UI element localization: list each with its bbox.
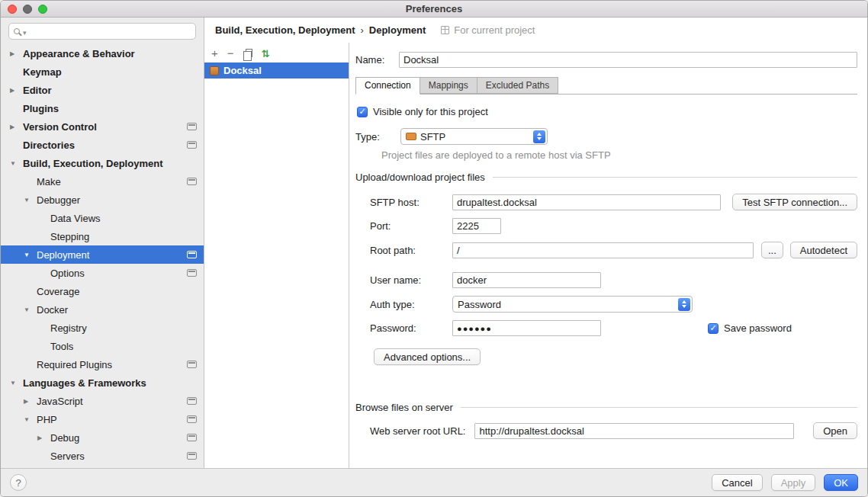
sidebar-item-appearance-behavior[interactable]: ▶Appearance & Behavior <box>1 44 204 63</box>
test-sftp-connection-button[interactable]: Test SFTP connection... <box>732 194 857 210</box>
chevron-down-icon[interactable]: ▼ <box>24 197 37 204</box>
sidebar-item-debugger[interactable]: ▼Debugger <box>1 191 204 209</box>
chevron-down-icon[interactable]: ▼ <box>24 416 37 423</box>
project-level-icon <box>187 251 197 258</box>
sidebar-item-stepping[interactable]: Stepping <box>1 227 204 245</box>
remove-icon[interactable] <box>227 47 234 59</box>
chevron-right-icon[interactable]: ▶ <box>10 123 23 130</box>
sidebar-item-label: Docker <box>37 304 68 316</box>
search-input[interactable] <box>30 26 191 37</box>
visible-only-label: Visible only for this project <box>373 106 488 117</box>
sftp-host-input[interactable] <box>452 194 721 210</box>
search-history-chevron-icon[interactable] <box>23 26 27 37</box>
user-name-input[interactable] <box>452 272 601 288</box>
chevron-right-icon[interactable]: ▶ <box>24 398 37 405</box>
sidebar-item-coverage[interactable]: Coverage <box>1 282 204 300</box>
sidebar-item-plugins[interactable]: Plugins <box>1 99 204 117</box>
minimize-button[interactable] <box>23 5 32 14</box>
servers-toolbar <box>204 43 349 63</box>
help-button[interactable] <box>10 474 27 491</box>
settings-tree: ▶Appearance & BehaviorKeymap▶EditorPlugi… <box>1 44 204 468</box>
sidebar-item-javascript[interactable]: ▶JavaScript <box>1 392 204 410</box>
chevron-right-icon[interactable]: ▶ <box>37 434 50 441</box>
sidebar-item-deployment[interactable]: ▼Deployment <box>1 245 204 264</box>
sidebar-item-make[interactable]: Make <box>1 172 204 191</box>
browse-root-path-button[interactable]: ... <box>761 242 783 258</box>
breadcrumb-item-build-execution-deployment[interactable]: Build, Execution, Deployment <box>215 24 355 36</box>
server-list-item-docksal[interactable]: Docksal <box>204 63 349 79</box>
sidebar-item-editor[interactable]: ▶Editor <box>1 81 204 99</box>
dropdown-stepper-icon <box>678 298 690 311</box>
tab-excluded-paths[interactable]: Excluded Paths <box>477 77 558 94</box>
sidebar-item-label: Build, Execution, Deployment <box>23 158 162 169</box>
project-level-icon <box>187 269 197 277</box>
save-password-label: Save password <box>724 322 792 334</box>
type-row: Type: SFTP <box>355 128 857 145</box>
add-icon[interactable] <box>211 47 218 59</box>
sidebar-item-data-views[interactable]: Data Views <box>1 209 204 227</box>
deployment-form: Name: Connection Mappings Excluded Paths… <box>349 43 867 468</box>
sidebar-item-directories[interactable]: Directories <box>1 136 204 154</box>
tab-mappings[interactable]: Mappings <box>420 77 477 94</box>
sidebar-item-version-control[interactable]: ▶Version Control <box>1 117 204 136</box>
port-input[interactable] <box>452 218 501 234</box>
port-label: Port: <box>370 220 452 232</box>
save-password-checkbox[interactable] <box>708 323 719 334</box>
copy-icon[interactable] <box>246 49 252 57</box>
project-level-icon <box>187 415 197 423</box>
save-password-wrap: Save password <box>708 322 792 334</box>
sidebar-item-build-execution-deployment[interactable]: ▼Build, Execution, Deployment <box>1 154 204 172</box>
chevron-right-icon[interactable]: ▶ <box>10 87 23 94</box>
sidebar-item-servers[interactable]: Servers <box>1 447 204 465</box>
sidebar-item-label: Coverage <box>37 286 79 297</box>
advanced-options-button[interactable]: Advanced options... <box>374 348 481 365</box>
sidebar-item-label: Stepping <box>50 231 89 242</box>
apply-button[interactable]: Apply <box>771 474 816 491</box>
chevron-down-icon[interactable]: ▼ <box>24 306 37 313</box>
chevron-down-icon[interactable]: ▼ <box>10 380 23 386</box>
sidebar-item-registry[interactable]: Registry <box>1 319 204 337</box>
chevron-down-icon[interactable]: ▼ <box>24 252 37 258</box>
project-level-icon <box>187 452 197 460</box>
sidebar-item-label: PHP <box>37 414 57 425</box>
root-path-row: Root path: ... Autodetect <box>355 242 857 258</box>
cancel-button[interactable]: Cancel <box>712 474 762 491</box>
breadcrumb-item-deployment[interactable]: Deployment <box>369 24 426 36</box>
zoom-button[interactable] <box>38 5 47 14</box>
password-label: Password: <box>370 322 452 334</box>
sidebar-item-tools[interactable]: Tools <box>1 337 204 355</box>
search-settings-box[interactable] <box>8 23 196 40</box>
ok-button[interactable]: OK <box>824 474 858 491</box>
visible-only-checkbox[interactable] <box>357 107 368 117</box>
autodetect-button[interactable]: Autodetect <box>790 242 857 258</box>
chevron-right-icon[interactable]: ▶ <box>10 50 23 57</box>
project-level-icon <box>187 361 197 368</box>
sidebar-item-label: Required Plugins <box>37 359 112 370</box>
sidebar-item-languages-frameworks[interactable]: ▼Languages & Frameworks <box>1 374 204 392</box>
import-export-icon[interactable] <box>262 47 270 59</box>
chevron-down-icon[interactable]: ▼ <box>10 160 23 167</box>
project-level-icon <box>187 141 197 149</box>
server-name: Docksal <box>223 65 262 76</box>
sidebar-item-options[interactable]: Options <box>1 264 204 282</box>
project-level-icon <box>187 434 197 441</box>
sidebar-item-label: Deployment <box>37 249 89 261</box>
sidebar-item-keymap[interactable]: Keymap <box>1 63 204 81</box>
close-button[interactable] <box>8 5 17 14</box>
sidebar-item-debug[interactable]: ▶Debug <box>1 428 204 447</box>
sidebar-item-label: Debugger <box>37 194 80 206</box>
project-level-icon <box>187 178 197 185</box>
tab-connection[interactable]: Connection <box>355 77 420 95</box>
sidebar-item-docker[interactable]: ▼Docker <box>1 300 204 319</box>
sidebar-item-php[interactable]: ▼PHP <box>1 410 204 428</box>
name-input[interactable] <box>399 52 857 68</box>
sidebar-item-required-plugins[interactable]: Required Plugins <box>1 355 204 374</box>
name-label: Name: <box>355 54 399 66</box>
root-path-input[interactable] <box>452 242 754 258</box>
password-input[interactable] <box>452 320 601 336</box>
open-button[interactable]: Open <box>813 422 857 439</box>
web-root-label: Web server root URL: <box>370 425 465 437</box>
web-root-input[interactable] <box>474 423 794 439</box>
auth-type-select[interactable]: Password <box>452 296 693 313</box>
type-select[interactable]: SFTP <box>400 128 548 145</box>
